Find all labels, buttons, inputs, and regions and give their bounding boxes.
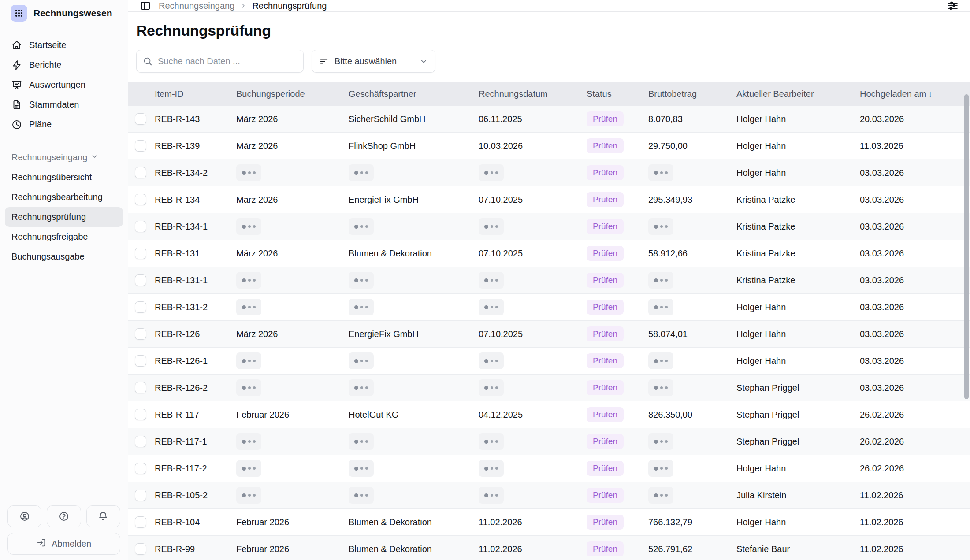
table-row[interactable]: REB-R-126-2PrüfenStephan Priggel03.03.20…: [128, 375, 970, 401]
row-checkbox[interactable]: [135, 113, 146, 125]
column-header-label: Bruttobetrag: [648, 89, 697, 99]
cell-hochgeladen-am: 03.03.2026: [860, 222, 970, 232]
sidebar-item-buchungsausgabe[interactable]: Buchungsausgabe: [5, 247, 123, 267]
table-row[interactable]: REB-R-143März 2026SicherSchild GmbH06.11…: [128, 106, 970, 133]
row-checkbox[interactable]: [135, 140, 146, 152]
dot: [491, 171, 493, 174]
table-row[interactable]: REB-R-117-1PrüfenStephan Priggel26.02.20…: [128, 428, 970, 455]
table-row[interactable]: REB-R-131-2PrüfenHolger Hahn03.03.2026: [128, 294, 970, 321]
row-checkbox[interactable]: [135, 248, 146, 259]
table-row[interactable]: REB-R-99Februar 2026Blumen & Dekoration1…: [128, 536, 970, 560]
row-checkbox[interactable]: [135, 194, 146, 205]
sidebar-main-nav: StartseiteBerichteAuswertungenStammdaten…: [0, 26, 128, 134]
sidebar-section-items: RechnungsübersichtRechnungsbearbeitungRe…: [0, 167, 128, 267]
table-row[interactable]: REB-R-105-2PrüfenJulia Kirstein11.02.202…: [128, 482, 970, 509]
column-header-rechnungsdatum[interactable]: Rechnungsdatum: [479, 89, 587, 99]
cell-geschaeftspartner: [349, 460, 479, 477]
dot: [248, 225, 251, 228]
row-checkbox[interactable]: [135, 221, 146, 232]
table-row[interactable]: REB-R-131-1PrüfenKristina Patzke03.03.20…: [128, 267, 970, 294]
row-checkbox-cell: [128, 167, 155, 178]
status-badge: Prüfen: [587, 273, 624, 288]
column-header-buchungsperiode[interactable]: Buchungsperiode: [236, 89, 349, 99]
hidden-value-placeholder: [648, 460, 673, 477]
table-row[interactable]: REB-R-117Februar 2026HotelGut KG04.12.20…: [128, 401, 970, 428]
sidebar-item-startseite[interactable]: Startseite: [0, 35, 128, 55]
table-row[interactable]: REB-R-126März 2026EnergieFix GmbH07.10.2…: [128, 321, 970, 348]
search-input[interactable]: [158, 56, 297, 67]
table-row[interactable]: REB-R-134März 2026EnergieFix GmbH07.10.2…: [128, 186, 970, 213]
hidden-value-placeholder: [349, 299, 374, 315]
cell-bruttobetrag: 526.791,62: [648, 544, 736, 554]
logout-button[interactable]: Abmelden: [7, 533, 120, 555]
row-checkbox[interactable]: [135, 274, 146, 286]
dot: [360, 171, 363, 174]
help-button[interactable]: [47, 505, 81, 527]
status-badge: Prüfen: [587, 541, 624, 556]
cell-item-id: REB-R-131: [155, 248, 236, 259]
sidebar-item-rechnungsfreigabe[interactable]: Rechnungsfreigabe: [5, 227, 123, 247]
dot: [242, 171, 246, 175]
dot: [253, 171, 256, 174]
row-checkbox[interactable]: [135, 167, 146, 178]
table-row[interactable]: REB-R-126-1PrüfenHolger Hahn03.03.2026: [128, 348, 970, 375]
table-row[interactable]: REB-R-134-1PrüfenKristina Patzke03.03.20…: [128, 213, 970, 240]
sidebar-item-stammdaten[interactable]: Stammdaten: [0, 95, 128, 115]
cell-status: Prüfen: [587, 407, 648, 422]
cell-status: Prüfen: [587, 300, 648, 315]
row-checkbox[interactable]: [135, 543, 146, 555]
column-header-bruttobetrag[interactable]: Bruttobetrag: [648, 89, 736, 99]
table-row[interactable]: REB-R-134-2PrüfenHolger Hahn03.03.2026: [128, 159, 970, 186]
cell-item-id: REB-R-131-1: [155, 275, 236, 286]
sidebar-item-auswertungen[interactable]: Auswertungen: [0, 75, 128, 95]
table-row[interactable]: REB-R-104Februar 2026Blumen & Dekoration…: [128, 509, 970, 536]
view-settings-icon[interactable]: [947, 0, 959, 11]
notifications-button[interactable]: [86, 505, 120, 527]
row-checkbox[interactable]: [135, 301, 146, 313]
row-checkbox[interactable]: [135, 328, 146, 340]
filter-select[interactable]: Bitte auswählen: [312, 50, 435, 73]
row-checkbox[interactable]: [135, 382, 146, 393]
vertical-scrollbar[interactable]: [964, 94, 969, 399]
profile-button[interactable]: [7, 505, 41, 527]
dot: [484, 493, 488, 497]
hidden-value-placeholder: [349, 487, 374, 504]
column-header-hochgeladen-am[interactable]: Hochgeladen am↓: [860, 89, 970, 99]
sidebar-item-rechnungsübersicht[interactable]: Rechnungsübersicht: [5, 167, 123, 187]
column-header-status[interactable]: Status: [587, 89, 648, 99]
table-row[interactable]: REB-R-117-2PrüfenHolger Hahn26.02.2026: [128, 455, 970, 482]
dot: [491, 306, 493, 308]
cell-rechnungsdatum: 11.02.2026: [479, 544, 587, 554]
sidebar-item-rechnungsbearbeitung[interactable]: Rechnungsbearbeitung: [5, 187, 123, 207]
cell-aktueller-bearbeiter: Kristina Patzke: [736, 222, 860, 232]
row-checkbox[interactable]: [135, 355, 146, 367]
row-checkbox[interactable]: [135, 409, 146, 420]
dot: [491, 494, 493, 497]
cell-status: Prüfen: [587, 380, 648, 395]
sidebar-subitem-label: Rechnungsprüfung: [11, 212, 86, 222]
column-header-aktueller-bearbeiter[interactable]: Aktueller Bearbeiter: [736, 89, 860, 99]
table-row[interactable]: REB-R-139März 2026FlinkShop GmbH10.03.20…: [128, 133, 970, 159]
cell-bruttobetrag: 58.912,66: [648, 248, 736, 259]
breadcrumb-parent[interactable]: Rechnungseingang: [159, 1, 234, 11]
sidebar-item-label: Stammdaten: [29, 100, 79, 110]
sidebar-item-rechnungsprüfung[interactable]: Rechnungsprüfung: [5, 207, 123, 227]
row-checkbox[interactable]: [135, 436, 146, 447]
hidden-value-placeholder: [236, 164, 261, 181]
cell-geschaeftspartner: [349, 218, 479, 235]
sidebar-section-rechnungseingang[interactable]: Rechnungseingang: [0, 148, 128, 167]
row-checkbox[interactable]: [135, 516, 146, 528]
table-row[interactable]: REB-R-131März 2026Blumen & Dekoration07.…: [128, 240, 970, 267]
column-header-item-id[interactable]: Item-ID: [155, 89, 236, 99]
dot: [665, 279, 668, 282]
cell-aktueller-bearbeiter: Holger Hahn: [736, 464, 860, 474]
sidebar-item-berichte[interactable]: Berichte: [0, 55, 128, 75]
row-checkbox[interactable]: [135, 490, 146, 501]
row-checkbox[interactable]: [135, 463, 146, 474]
clock-icon: [11, 119, 22, 130]
sidebar-item-pläne[interactable]: Pläne: [0, 115, 128, 134]
column-header-geschäftspartner[interactable]: Geschäftspartner: [349, 89, 479, 99]
sidebar-toggle-icon[interactable]: [140, 0, 151, 11]
app-root: Rechnungswesen StartseiteBerichteAuswert…: [0, 0, 970, 560]
dot: [365, 171, 368, 174]
